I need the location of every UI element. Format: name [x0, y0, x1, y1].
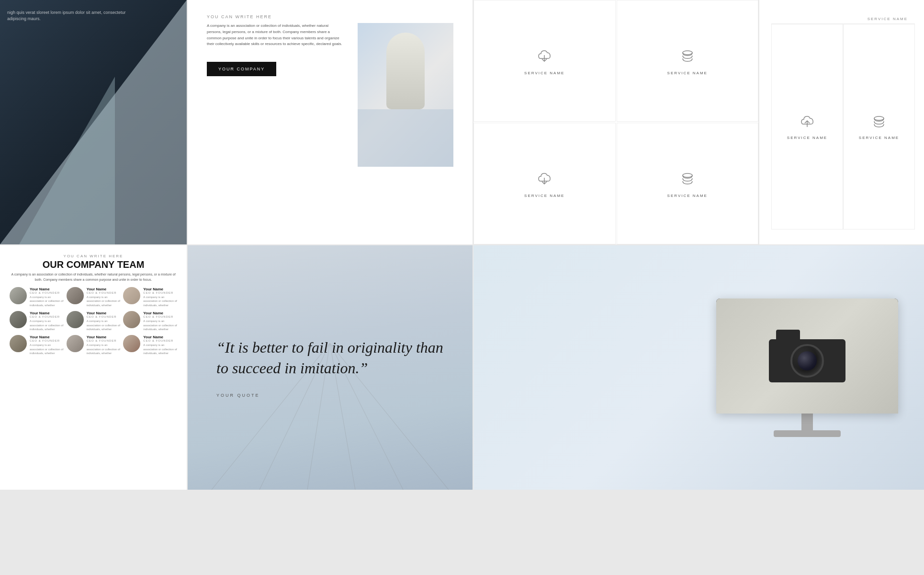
avatar-7: [10, 335, 27, 352]
slide-quote: “It is better to fail in originality tha…: [188, 245, 473, 490]
slide-2-body: A company is an association or collectio…: [207, 23, 453, 167]
team-member-7: Your Name CEO & FOUNDER A company is an …: [10, 335, 64, 355]
member-role-5: CEO & FOUNDER: [87, 315, 121, 318]
your-company-button[interactable]: YOUR COMPANY: [207, 62, 276, 76]
slide-team: YOU CAN WRITE HERE OUR COMPANY TEAM A co…: [0, 245, 187, 490]
avatar-5: [67, 311, 84, 328]
avatar-2: [67, 287, 84, 304]
member-info-8: Your Name CEO & FOUNDER A company is an …: [87, 335, 121, 355]
database-icon-2: [678, 170, 697, 189]
team-member-5: Your Name CEO & FOUNDER A company is an …: [67, 311, 121, 331]
svg-point-1: [683, 51, 692, 55]
member-name-4: Your Name: [30, 311, 64, 315]
member-info-2: Your Name CEO & FOUNDER A company is an …: [87, 287, 121, 307]
svg-point-5: [874, 116, 884, 120]
member-desc-7: A company is an association or collectio…: [30, 343, 64, 355]
service-extra-name-2: SERVICE NAME: [859, 136, 899, 140]
avatar-6: [123, 311, 140, 328]
member-name-2: Your Name: [87, 287, 121, 291]
member-desc-6: A company is an association or collectio…: [143, 319, 177, 331]
member-info-9: Your Name CEO & FOUNDER A company is an …: [143, 335, 177, 355]
member-info-3: Your Name CEO & FOUNDER A company is an …: [143, 287, 177, 307]
slide-monitor: [473, 245, 924, 490]
team-description: A company is an association or collectio…: [10, 272, 177, 282]
avatar-8: [67, 335, 84, 352]
service-cell-3: SERVICE NAME: [473, 123, 616, 244]
service-extra-name-1: SERVICE NAME: [787, 136, 827, 140]
camera-body: [769, 330, 845, 382]
avatar-1: [10, 287, 27, 304]
avatar-3: [123, 287, 140, 304]
team-member-3: Your Name CEO & FOUNDER A company is an …: [123, 287, 177, 307]
monitor-stand-neck: [801, 414, 813, 430]
slide-2-right: [358, 23, 453, 167]
database-icon-1: [678, 47, 697, 66]
cloud-up-icon: [799, 114, 816, 131]
member-name-6: Your Name: [143, 311, 177, 315]
member-name-8: Your Name: [87, 335, 121, 339]
member-role-9: CEO & FOUNDER: [143, 339, 177, 342]
member-name-9: Your Name: [143, 335, 177, 339]
slide-2-person-image: [358, 23, 453, 167]
avatar-9: [123, 335, 140, 352]
member-desc-1: A company is an association or collectio…: [30, 295, 64, 307]
avatar-4: [10, 311, 27, 328]
cloud-download-icon-2: [535, 170, 554, 189]
member-info-7: Your Name CEO & FOUNDER A company is an …: [30, 335, 64, 355]
service-name-4: SERVICE NAME: [667, 194, 708, 198]
member-desc-3: A company is an association or collectio…: [143, 295, 177, 307]
quote-text: “It is better to fail in originality tha…: [216, 337, 444, 379]
slide-1-inner: nigh quis verat sloreet lorem ipsum dolo…: [0, 0, 187, 244]
slide-2-tag: you can write here: [207, 14, 453, 19]
team-member-4: Your Name CEO & FOUNDER A company is an …: [10, 311, 64, 331]
member-info-6: Your Name CEO & FOUNDER A company is an …: [143, 311, 177, 331]
member-name-5: Your Name: [87, 311, 121, 315]
monitor-base: [774, 430, 841, 437]
team-member-9: Your Name CEO & FOUNDER A company is an …: [123, 335, 177, 355]
member-name-3: Your Name: [143, 287, 177, 291]
database-icon-extra: [870, 114, 888, 131]
monitor-assembly: [716, 299, 898, 437]
slide-2: you can write here A company is an assoc…: [188, 0, 473, 244]
service-extra-2: SERVICE NAME: [843, 24, 915, 230]
service-grid-extra: SERVICE NAME SERVICE NAME: [771, 23, 915, 230]
service-cell-1: SERVICE NAME: [473, 0, 616, 122]
member-desc-5: A company is an association or collectio…: [87, 319, 121, 331]
slide-1-body-text: nigh quis verat sloreet lorem ipsum dolo…: [7, 10, 141, 22]
service-name-2: SERVICE NAME: [667, 71, 708, 75]
camera-lens-inner: [798, 351, 817, 370]
team-member-2: Your Name CEO & FOUNDER A company is an …: [67, 287, 121, 307]
quote-content: “It is better to fail in originality tha…: [188, 245, 473, 490]
slide-1: nigh quis verat sloreet lorem ipsum dolo…: [0, 0, 187, 244]
slide-7-team: SERVICE NAME SERVICE NAME SERVICE NAME: [759, 0, 924, 244]
service-name-1: SERVICE NAME: [524, 71, 564, 75]
member-role-1: CEO & FOUNDER: [30, 291, 64, 294]
member-desc-8: A company is an association or collectio…: [87, 343, 121, 355]
team-member-8: Your Name CEO & FOUNDER A company is an …: [67, 335, 121, 355]
team-grid: Your Name CEO & FOUNDER A company is an …: [10, 287, 177, 356]
person-silhouette: [386, 33, 425, 109]
member-info-1: Your Name CEO & FOUNDER A company is an …: [30, 287, 64, 307]
service-extra-1: SERVICE NAME: [771, 24, 843, 230]
slide-2-description: A company is an association or collectio…: [207, 23, 343, 47]
monitor-screen: [716, 299, 898, 414]
service-name-3: SERVICE NAME: [524, 194, 564, 198]
service-cell-2: SERVICE NAME: [617, 0, 759, 122]
monitor-display: [716, 299, 898, 414]
team-title: OUR COMPANY TEAM: [10, 259, 177, 270]
member-desc-4: A company is an association or collectio…: [30, 319, 64, 331]
camera-top-bump: [776, 330, 800, 339]
quote-attribution: YOUR QUOTE: [216, 393, 260, 398]
member-desc-2: A company is an association or collectio…: [87, 295, 121, 307]
slide-2-left: A company is an association or collectio…: [207, 23, 343, 167]
member-role-4: CEO & FOUNDER: [30, 315, 64, 318]
member-role-2: CEO & FOUNDER: [87, 291, 121, 294]
member-desc-9: A company is an association or collectio…: [143, 343, 177, 355]
team-member-6: Your Name CEO & FOUNDER A company is an …: [123, 311, 177, 331]
svg-point-3: [683, 173, 692, 177]
service-top-tag: SERVICE NAME: [771, 10, 915, 23]
member-role-6: CEO & FOUNDER: [143, 315, 177, 318]
team-member-1: Your Name CEO & FOUNDER A company is an …: [10, 287, 64, 307]
slide-3-services: SERVICE NAME SERVICE NAME SERVICE NAME: [473, 0, 758, 244]
member-role-8: CEO & FOUNDER: [87, 339, 121, 342]
